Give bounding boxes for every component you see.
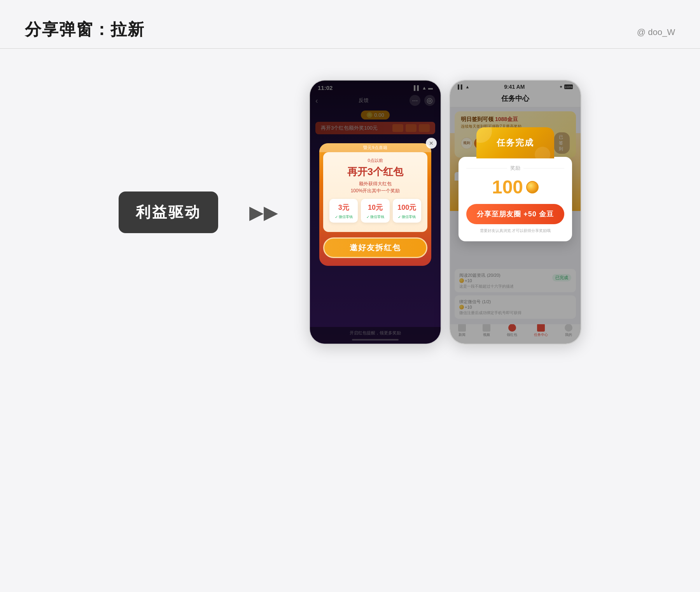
- phone2-modal-top-decoration: 任务完成: [458, 127, 572, 158]
- phone1-modal-main-title: 再开3个红包: [329, 165, 421, 179]
- label-text: 利益驱动: [136, 202, 201, 222]
- page-title: 分享弹窗：拉新: [25, 19, 145, 40]
- phone2-modal-award-amount: 100: [466, 176, 564, 198]
- phone2-background: ▌▌ ▲ 9:41 AM ✦ 100% 任务中心: [450, 81, 581, 344]
- phone2-modal: 任务完成 奖励 100: [458, 127, 572, 241]
- page-header: 分享弹窗：拉新 @ doo_W: [0, 0, 700, 49]
- phone1-modal-body: 0点以前 再开3个红包 额外获得大红包 100%开出其中一个奖励 3元: [323, 152, 427, 232]
- phone2-modal-overlay: 任务完成 奖励 100: [450, 81, 581, 344]
- phone1-modal: ✕ 暨元9点喜籍 0点以前 再开3个红包 额外获得大红包 100%开出其中一个奖…: [319, 143, 431, 266]
- phone1-card-amount-3: 100元: [394, 203, 420, 212]
- author-label: @ doo_W: [637, 27, 675, 37]
- phone1-card-sub-2: ✓ 微信零钱: [362, 214, 388, 220]
- phone1-cards: 3元 ✓ 微信零钱 10元 ✓: [329, 199, 421, 223]
- phone2-coin-icon: [526, 181, 539, 193]
- phone2-modal-card: 奖励 100 分享至朋友圈 +50 金豆 需要好友认真浏览 才可以获得分享奖励哦: [458, 157, 572, 241]
- phone1-card-2: 10元 ✓ 微信零钱: [361, 199, 389, 223]
- phone1-frame: 11:02 ▌▌ ▲ ▬ ‹ 反馈 ··· ◎: [309, 80, 441, 344]
- arrow-icon: ▶▶: [249, 201, 278, 223]
- phone1-invite-btn[interactable]: 邀好友拆红包: [323, 237, 427, 258]
- phone1-card-amount-1: 3元: [331, 203, 356, 212]
- phone1-modal-overlay: ✕ 暨元9点喜籍 0点以前 再开3个红包 额外获得大红包 100%开出其中一个奖…: [310, 81, 441, 344]
- phone1-modal-close-btn[interactable]: ✕: [426, 138, 437, 149]
- phone2-share-btn[interactable]: 分享至朋友圈 +50 金豆: [466, 204, 564, 224]
- label-box: 利益驱动: [119, 191, 218, 233]
- phone1-card-amount-2: 10元: [362, 203, 388, 212]
- main-content: 利益驱动 ▶▶ 11:02 ▌▌ ▲ ▬ ‹: [0, 49, 700, 376]
- phone1-modal-top-tag: 暨元9点喜籍: [319, 143, 431, 152]
- phone1-card-1: 3元 ✓ 微信零钱: [329, 199, 358, 223]
- phone1-modal-counter: 0点以前: [329, 158, 421, 163]
- phones-container: 11:02 ▌▌ ▲ ▬ ‹ 反馈 ··· ◎: [309, 80, 581, 344]
- phone2-modal-complete-label: 任务完成: [497, 137, 534, 149]
- phone1-background: 11:02 ▌▌ ▲ ▬ ‹ 反馈 ··· ◎: [310, 81, 441, 344]
- phone1-modal-subtitle: 额外获得大红包 100%开出其中一个奖励: [329, 180, 421, 194]
- phone1-card-3: 100元 ✓ 微信零钱: [393, 199, 421, 223]
- phone1-card-sub-3: ✓ 微信零钱: [394, 214, 420, 220]
- phone2-frame: ▌▌ ▲ 9:41 AM ✦ 100% 任务中心: [449, 80, 581, 344]
- phone1-card-sub-1: ✓ 微信零钱: [331, 214, 356, 220]
- phone2-modal-award-label: 奖励: [466, 165, 564, 172]
- phone2-modal-notice: 需要好友认真浏览 才可以获得分享奖励哦: [466, 228, 564, 234]
- phone2-modal-top-banner: 任务完成: [476, 127, 554, 158]
